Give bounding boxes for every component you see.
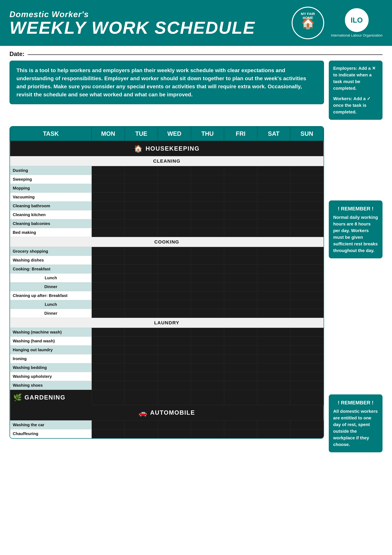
day-cell-thu[interactable] bbox=[191, 166, 224, 175]
day-cell-sun[interactable] bbox=[290, 282, 323, 291]
day-cell-sun[interactable] bbox=[290, 265, 323, 274]
day-cell-sat[interactable] bbox=[257, 175, 290, 184]
day-cell-wed[interactable] bbox=[158, 175, 191, 184]
day-cell-sat[interactable] bbox=[257, 372, 290, 381]
day-cell-fri[interactable] bbox=[224, 175, 257, 184]
day-cell-thu[interactable] bbox=[191, 256, 224, 265]
day-cell-fri[interactable] bbox=[224, 256, 257, 265]
day-cell-mon[interactable] bbox=[92, 381, 125, 390]
day-cell-sun[interactable] bbox=[290, 256, 323, 265]
day-cell-thu[interactable] bbox=[191, 328, 224, 337]
day-cell-sun[interactable] bbox=[290, 337, 323, 345]
day-cell-thu[interactable] bbox=[191, 202, 224, 210]
day-cell-tue[interactable] bbox=[125, 300, 158, 309]
day-cell-fri[interactable] bbox=[224, 381, 257, 390]
day-cell-wed[interactable] bbox=[158, 381, 191, 390]
day-cell-wed[interactable] bbox=[158, 274, 191, 282]
day-cell-mon[interactable] bbox=[92, 328, 125, 337]
day-cell-tue[interactable] bbox=[125, 265, 158, 274]
day-cell-thu[interactable] bbox=[191, 210, 224, 219]
day-cell-sun[interactable] bbox=[290, 429, 323, 438]
day-cell-sat[interactable] bbox=[257, 291, 290, 300]
day-cell-wed[interactable] bbox=[158, 202, 191, 210]
day-cell-wed[interactable] bbox=[158, 390, 191, 405]
day-cell-mon[interactable] bbox=[92, 210, 125, 219]
day-cell-tue[interactable] bbox=[125, 309, 158, 318]
day-cell-sun[interactable] bbox=[290, 300, 323, 309]
day-cell-mon[interactable] bbox=[92, 247, 125, 256]
day-cell-fri[interactable] bbox=[224, 372, 257, 381]
day-cell-fri[interactable] bbox=[224, 328, 257, 337]
day-cell-sun[interactable] bbox=[290, 210, 323, 219]
day-cell-sun[interactable] bbox=[290, 291, 323, 300]
day-cell-sat[interactable] bbox=[257, 247, 290, 256]
day-cell-fri[interactable] bbox=[224, 363, 257, 372]
day-cell-sat[interactable] bbox=[257, 228, 290, 237]
day-cell-mon[interactable] bbox=[92, 363, 125, 372]
day-cell-sat[interactable] bbox=[257, 202, 290, 210]
day-cell-sun[interactable] bbox=[290, 309, 323, 318]
day-cell-sat[interactable] bbox=[257, 210, 290, 219]
day-cell-sat[interactable] bbox=[257, 166, 290, 175]
day-cell-sun[interactable] bbox=[290, 372, 323, 381]
day-cell-tue[interactable] bbox=[125, 345, 158, 354]
day-cell-wed[interactable] bbox=[158, 282, 191, 291]
day-cell-fri[interactable] bbox=[224, 219, 257, 228]
day-cell-wed[interactable] bbox=[158, 166, 191, 175]
day-cell-tue[interactable] bbox=[125, 193, 158, 202]
day-cell-mon[interactable] bbox=[92, 354, 125, 363]
day-cell-thu[interactable] bbox=[191, 193, 224, 202]
day-cell-fri[interactable] bbox=[224, 337, 257, 345]
day-cell-thu[interactable] bbox=[191, 300, 224, 309]
day-cell-fri[interactable] bbox=[224, 202, 257, 210]
day-cell-mon[interactable] bbox=[92, 184, 125, 193]
day-cell-sun[interactable] bbox=[290, 202, 323, 210]
day-cell-thu[interactable] bbox=[191, 228, 224, 237]
day-cell-fri[interactable] bbox=[224, 300, 257, 309]
day-cell-mon[interactable] bbox=[92, 274, 125, 282]
day-cell-tue[interactable] bbox=[125, 381, 158, 390]
day-cell-tue[interactable] bbox=[125, 372, 158, 381]
day-cell-wed[interactable] bbox=[158, 372, 191, 381]
day-cell-fri[interactable] bbox=[224, 274, 257, 282]
day-cell-sun[interactable] bbox=[290, 354, 323, 363]
day-cell-tue[interactable] bbox=[125, 337, 158, 345]
day-cell-sun[interactable] bbox=[290, 345, 323, 354]
day-cell-sat[interactable] bbox=[257, 381, 290, 390]
day-cell-thu[interactable] bbox=[191, 309, 224, 318]
day-cell-sat[interactable] bbox=[257, 282, 290, 291]
day-cell-tue[interactable] bbox=[125, 228, 158, 237]
day-cell-sun[interactable] bbox=[290, 184, 323, 193]
day-cell-mon[interactable] bbox=[92, 282, 125, 291]
day-cell-thu[interactable] bbox=[191, 390, 224, 405]
day-cell-thu[interactable] bbox=[191, 291, 224, 300]
day-cell-fri[interactable] bbox=[224, 166, 257, 175]
day-cell-mon[interactable] bbox=[92, 390, 125, 405]
day-cell-fri[interactable] bbox=[224, 193, 257, 202]
day-cell-wed[interactable] bbox=[158, 429, 191, 438]
day-cell-thu[interactable] bbox=[191, 219, 224, 228]
day-cell-sat[interactable] bbox=[257, 184, 290, 193]
day-cell-sun[interactable] bbox=[290, 247, 323, 256]
day-cell-thu[interactable] bbox=[191, 337, 224, 345]
day-cell-thu[interactable] bbox=[191, 381, 224, 390]
day-cell-sat[interactable] bbox=[257, 429, 290, 438]
day-cell-tue[interactable] bbox=[125, 202, 158, 210]
day-cell-sun[interactable] bbox=[290, 219, 323, 228]
day-cell-wed[interactable] bbox=[158, 300, 191, 309]
day-cell-thu[interactable] bbox=[191, 274, 224, 282]
day-cell-mon[interactable] bbox=[92, 429, 125, 438]
day-cell-wed[interactable] bbox=[158, 193, 191, 202]
day-cell-sat[interactable] bbox=[257, 265, 290, 274]
day-cell-wed[interactable] bbox=[158, 184, 191, 193]
day-cell-mon[interactable] bbox=[92, 219, 125, 228]
day-cell-mon[interactable] bbox=[92, 228, 125, 237]
day-cell-sat[interactable] bbox=[257, 328, 290, 337]
day-cell-fri[interactable] bbox=[224, 354, 257, 363]
day-cell-wed[interactable] bbox=[158, 363, 191, 372]
day-cell-tue[interactable] bbox=[125, 420, 158, 429]
day-cell-fri[interactable] bbox=[224, 184, 257, 193]
day-cell-tue[interactable] bbox=[125, 282, 158, 291]
day-cell-sun[interactable] bbox=[290, 328, 323, 337]
day-cell-tue[interactable] bbox=[125, 363, 158, 372]
